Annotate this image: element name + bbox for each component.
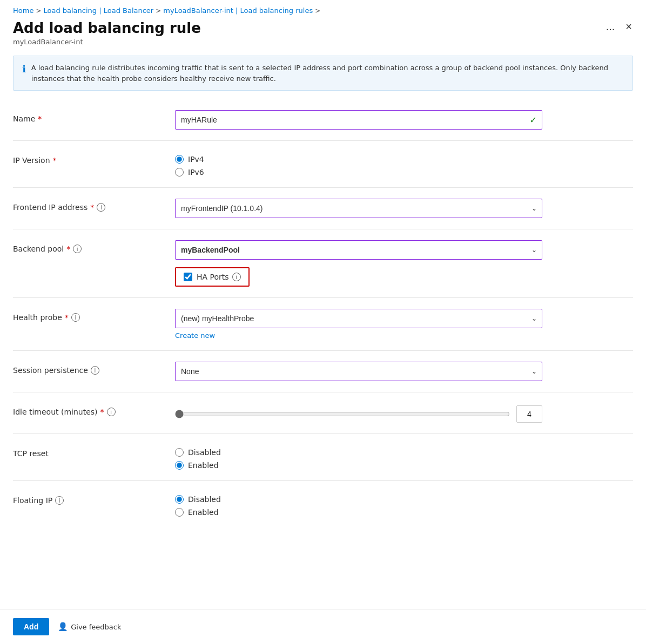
info-banner: ℹ A load balancing rule distributes inco… [13, 56, 633, 91]
name-control: ✓ [175, 110, 542, 130]
floating-ip-disabled-option[interactable]: Disabled [175, 495, 542, 504]
name-required: * [38, 114, 42, 123]
ip-version-required: * [53, 156, 57, 165]
ipv4-option[interactable]: IPv4 [175, 155, 542, 164]
tcp-reset-disabled-radio[interactable] [175, 448, 184, 457]
session-persistence-row: Session persistence i None ⌄ [13, 355, 633, 388]
frontend-ip-select[interactable]: myFrontendIP (10.1.0.4) [175, 199, 542, 218]
frontend-ip-control: myFrontendIP (10.1.0.4) ⌄ [175, 199, 542, 218]
tcp-reset-enabled-option[interactable]: Enabled [175, 461, 542, 470]
backend-pool-info-icon[interactable]: i [73, 245, 82, 253]
add-button[interactable]: Add [13, 618, 49, 635]
floating-ip-row: Floating IP i Disabled Enabled [13, 485, 633, 523]
ipv6-radio[interactable] [175, 168, 184, 177]
breadcrumb-home[interactable]: Home [13, 6, 33, 15]
feedback-link[interactable]: 👤 Give feedback [58, 622, 121, 632]
health-probe-control: (new) myHealthProbe ⌄ Create new [175, 309, 542, 340]
session-persistence-label: Session persistence i [13, 362, 175, 375]
page-subtitle: myLoadBalancer-int [13, 38, 201, 46]
tcp-reset-row: TCP reset Disabled Enabled [13, 438, 633, 476]
name-input-wrapper: ✓ [175, 110, 542, 130]
feedback-icon: 👤 [58, 622, 68, 632]
idle-timeout-slider-container [175, 403, 542, 423]
idle-timeout-required: * [100, 408, 104, 416]
close-button[interactable]: × [624, 20, 633, 33]
name-valid-icon: ✓ [530, 115, 537, 125]
ip-version-label: IP Version * [13, 152, 175, 165]
breadcrumb-lb-rules[interactable]: myLoadBalancer-int | Load balancing rule… [163, 6, 313, 15]
session-persistence-control: None ⌄ [175, 362, 542, 381]
floating-ip-label: Floating IP i [13, 492, 175, 505]
idle-timeout-label: Idle timeout (minutes) * i [13, 403, 175, 416]
ipv4-label: IPv4 [188, 155, 204, 164]
backend-pool-row: Backend pool * i myBackendPool ⌄ HA Por [13, 234, 633, 293]
session-persistence-info-icon[interactable]: i [91, 366, 99, 375]
health-probe-select-wrapper: (new) myHealthProbe ⌄ [175, 309, 542, 328]
name-row: Name * ✓ [13, 104, 633, 136]
backend-pool-control: myBackendPool ⌄ HA Ports i [175, 240, 542, 287]
tcp-reset-label: TCP reset [13, 445, 175, 458]
panel-header: Add load balancing rule myLoadBalancer-i… [13, 20, 633, 46]
footer: Add 👤 Give feedback [0, 609, 646, 644]
health-probe-select[interactable]: (new) myHealthProbe [175, 309, 542, 328]
tcp-reset-enabled-radio[interactable] [175, 461, 184, 470]
ipv4-radio[interactable] [175, 155, 184, 164]
frontend-ip-info-icon[interactable]: i [97, 203, 105, 212]
ha-ports-info-icon[interactable]: i [232, 273, 241, 281]
form: Name * ✓ IP Version * IPv4 [13, 104, 633, 523]
breadcrumb-sep-1: > [36, 7, 41, 15]
backend-pool-select[interactable]: myBackendPool [175, 240, 542, 260]
tcp-reset-disabled-label: Disabled [188, 448, 221, 457]
frontend-ip-select-wrapper: myFrontendIP (10.1.0.4) ⌄ [175, 199, 542, 218]
floating-ip-enabled-label: Enabled [188, 508, 219, 517]
ha-ports-container: HA Ports i [175, 267, 250, 287]
name-input[interactable] [175, 110, 542, 130]
idle-timeout-control [175, 403, 542, 423]
breadcrumb-sep-3: > [315, 7, 320, 15]
idle-timeout-slider[interactable] [175, 410, 510, 418]
health-probe-info-icon[interactable]: i [71, 313, 80, 322]
ip-version-row: IP Version * IPv4 IPv6 [13, 145, 633, 183]
health-probe-row: Health probe * i (new) myHealthProbe ⌄ C… [13, 302, 633, 346]
floating-ip-enabled-option[interactable]: Enabled [175, 508, 542, 517]
name-label: Name * [13, 110, 175, 123]
ha-ports-checkbox[interactable] [184, 273, 192, 281]
session-persistence-select-wrapper: None ⌄ [175, 362, 542, 381]
ip-version-radio-group: IPv4 IPv6 [175, 152, 542, 177]
create-new-link[interactable]: Create new [175, 331, 542, 340]
backend-pool-required: * [66, 245, 70, 253]
health-probe-required: * [65, 313, 69, 322]
frontend-ip-label: Frontend IP address * i [13, 199, 175, 212]
idle-timeout-row: Idle timeout (minutes) * i [13, 397, 633, 429]
tcp-reset-enabled-label: Enabled [188, 461, 219, 470]
page-title: Add load balancing rule [13, 20, 201, 37]
floating-ip-info-icon[interactable]: i [55, 496, 64, 505]
info-text: A load balancing rule distributes incomi… [31, 63, 624, 84]
ipv6-option[interactable]: IPv6 [175, 168, 542, 177]
ellipsis-button[interactable]: ... [603, 20, 618, 33]
frontend-ip-row: Frontend IP address * i myFrontendIP (10… [13, 192, 633, 225]
floating-ip-disabled-radio[interactable] [175, 495, 184, 504]
ip-version-control: IPv4 IPv6 [175, 152, 542, 177]
backend-pool-label: Backend pool * i [13, 240, 175, 253]
session-persistence-select[interactable]: None [175, 362, 542, 381]
ha-ports-label[interactable]: HA Ports i [197, 273, 241, 281]
health-probe-label: Health probe * i [13, 309, 175, 322]
tcp-reset-radio-group: Disabled Enabled [175, 445, 542, 470]
breadcrumb-load-balancer[interactable]: Load balancing | Load Balancer [43, 6, 153, 15]
breadcrumb-sep-2: > [156, 7, 161, 15]
tcp-reset-control: Disabled Enabled [175, 445, 542, 470]
breadcrumb: Home > Load balancing | Load Balancer > … [13, 6, 633, 15]
info-icon: ℹ [22, 63, 26, 74]
frontend-ip-required: * [90, 203, 94, 212]
idle-timeout-value-input[interactable] [516, 405, 542, 423]
tcp-reset-disabled-option[interactable]: Disabled [175, 448, 542, 457]
floating-ip-control: Disabled Enabled [175, 492, 542, 517]
floating-ip-radio-group: Disabled Enabled [175, 492, 542, 517]
backend-pool-select-wrapper: myBackendPool ⌄ [175, 240, 542, 260]
idle-timeout-info-icon[interactable]: i [107, 408, 116, 416]
floating-ip-enabled-radio[interactable] [175, 508, 184, 517]
ipv6-label: IPv6 [188, 168, 204, 177]
feedback-label: Give feedback [71, 623, 121, 631]
floating-ip-disabled-label: Disabled [188, 495, 221, 504]
